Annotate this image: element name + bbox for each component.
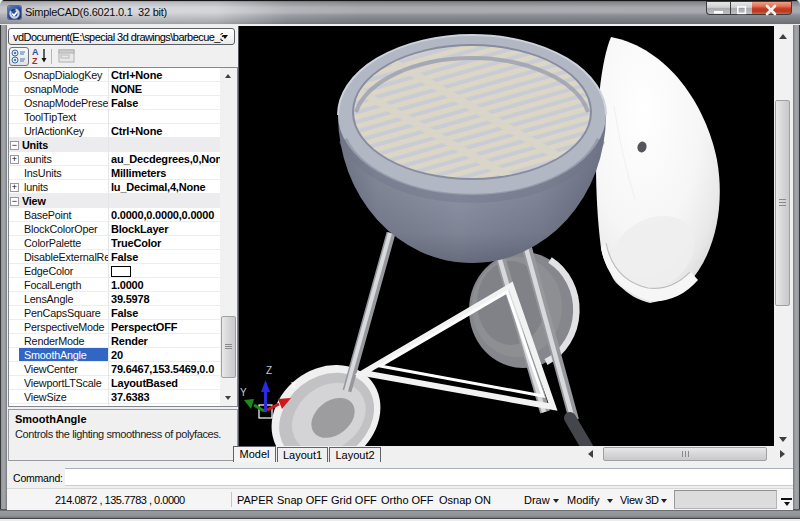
svg-text:x: x [291, 379, 296, 390]
svg-text:Z: Z [32, 56, 38, 65]
svg-text:Y: Y [240, 387, 247, 398]
svg-text:Z: Z [266, 365, 272, 376]
